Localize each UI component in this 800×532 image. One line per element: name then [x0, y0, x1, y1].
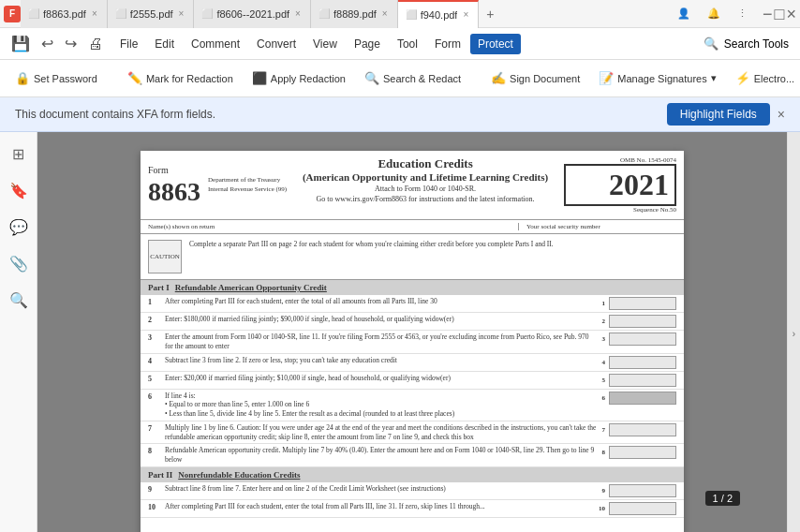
set-password-button[interactable]: 🔒 Set Password: [7, 67, 105, 89]
tab-f8606[interactable]: ⬜ f8606--2021.pdf ×: [194, 0, 311, 28]
comment-icon[interactable]: 💬: [4, 213, 34, 242]
form-omb-area: OMB No. 1545-0074 2021 Sequence No.50: [564, 156, 676, 214]
table-row: 7 Multiply line 1 by line 6. Caution: If…: [141, 421, 684, 445]
app-icon: F: [4, 6, 21, 22]
layers-icon[interactable]: ⊞: [7, 140, 30, 169]
search-sidebar-icon[interactable]: 🔍: [4, 286, 34, 315]
input-field[interactable]: [609, 423, 676, 436]
electronic-label: Electro...: [754, 73, 794, 84]
search-tools-label[interactable]: Search Tools: [724, 37, 789, 51]
tab-label: f2555.pdf: [130, 8, 173, 20]
row-text: Subtract line 3 from line 2. If zero or …: [161, 356, 602, 365]
name-cell: Name(s) shown on return: [148, 223, 519, 230]
mark-redaction-button[interactable]: ✏️ Mark for Redaction: [120, 67, 241, 89]
part2-header: Part II Nonrefundable Education Credits: [141, 467, 684, 482]
menu-tool[interactable]: Tool: [390, 34, 425, 54]
redo-icon[interactable]: ↪: [61, 33, 81, 54]
manage-sig-button[interactable]: 📝 Manage Signatures ▾: [591, 67, 723, 89]
restore-button[interactable]: □: [775, 6, 785, 22]
input-field[interactable]: [609, 392, 676, 405]
form-title-main: Education Credits: [294, 156, 556, 171]
search-redact-icon: 🔍: [364, 71, 379, 85]
tab-f8889[interactable]: ⬜ f8889.pdf ×: [311, 0, 398, 28]
print-icon[interactable]: 🖨: [84, 34, 107, 54]
sign-doc-button[interactable]: ✍️ Sign Document: [483, 67, 587, 89]
input-field[interactable]: [609, 484, 676, 497]
tab-f940[interactable]: ⬜ f940.pdf ×: [398, 0, 480, 28]
content-area[interactable]: Form 8863 Department of the Treasury Int…: [37, 132, 787, 532]
tab-f8863[interactable]: ⬜ f8863.pdf ×: [21, 0, 108, 28]
electronic-button[interactable]: ⚡ Electro...: [728, 67, 800, 89]
menu-edit[interactable]: Edit: [147, 34, 182, 54]
menu-view[interactable]: View: [305, 34, 345, 54]
form-attach-link: Go to www.irs.gov/Form8863 for instructi…: [294, 195, 556, 203]
form-department: Department of the Treasury Internal Reve…: [208, 176, 287, 193]
ssn-cell: Your social security number: [526, 223, 676, 230]
row-number: 4: [148, 356, 161, 365]
tab-close-btn[interactable]: ×: [380, 8, 390, 19]
search-redact-button[interactable]: 🔍 Search & Redact: [357, 67, 468, 89]
omb-label: OMB No. 1545-0074: [564, 156, 676, 164]
row-text: If line 4 is: • Equal to or more than li…: [161, 392, 602, 419]
minimize-button[interactable]: −: [763, 6, 773, 22]
manage-sig-icon: 📝: [599, 71, 614, 85]
menu-page[interactable]: Page: [347, 34, 388, 54]
close-button[interactable]: ×: [786, 6, 796, 22]
alert-icon[interactable]: 🔔: [700, 7, 728, 20]
tab-close-btn[interactable]: ×: [461, 9, 470, 20]
tab-f2555[interactable]: ⬜ f2555.pdf ×: [108, 0, 195, 28]
tabs-container: ⬜ f8863.pdf × ⬜ f2555.pdf × ⬜ f8606--202…: [21, 0, 670, 28]
row-text: After completing Part III for each stude…: [161, 297, 602, 306]
lock-icon: 🔒: [15, 71, 30, 85]
save-icon[interactable]: 💾: [7, 33, 34, 54]
form-number: 8863: [148, 177, 200, 207]
tab-close-btn[interactable]: ×: [177, 8, 186, 19]
new-tab-button[interactable]: +: [479, 7, 501, 22]
input-field[interactable]: [609, 502, 676, 515]
mark-icon: ✏️: [127, 71, 142, 85]
bookmark-icon[interactable]: 🔖: [4, 176, 34, 205]
row-field: 2: [602, 315, 677, 328]
form-label-area: Form 8863: [148, 163, 200, 207]
table-row: 9 Subtract line 8 from line 7. Enter her…: [141, 482, 684, 500]
undo-icon[interactable]: ↩: [37, 33, 57, 54]
row-text: Subtract line 8 from line 7. Enter here …: [161, 484, 602, 494]
form-header: Form 8863 Department of the Treasury Int…: [141, 151, 684, 220]
row-text: Refundable American opportunity credit. …: [161, 446, 602, 465]
menu-protect[interactable]: Protect: [470, 34, 521, 54]
menu-form[interactable]: Form: [427, 34, 468, 54]
tab-close-btn[interactable]: ×: [293, 8, 303, 19]
menu-file[interactable]: File: [112, 34, 145, 54]
caution-box: CAUTION Complete a separate Part III on …: [141, 234, 684, 280]
input-field[interactable]: [609, 374, 676, 387]
input-field[interactable]: [609, 315, 676, 328]
profile-icon[interactable]: 👤: [670, 7, 698, 20]
row-number: 2: [148, 315, 161, 324]
tab-close-btn[interactable]: ×: [90, 8, 99, 19]
tab-label: f940.pdf: [421, 9, 458, 21]
pdf-icon: ⬜: [319, 8, 330, 19]
right-panel-toggle[interactable]: ›: [787, 132, 800, 532]
input-field[interactable]: [609, 356, 676, 369]
apply-redaction-button[interactable]: ⬛ Apply Redaction: [244, 67, 353, 89]
menu-icon[interactable]: ⋮: [730, 7, 755, 20]
search-tools-icon[interactable]: 🔍: [702, 35, 720, 52]
row-text: After completing Part III for each stude…: [161, 502, 599, 511]
row-number: 6: [148, 392, 161, 401]
input-field[interactable]: [609, 332, 676, 346]
table-row: 5 Enter: $20,000 if married filing joint…: [141, 372, 684, 390]
menu-comment[interactable]: Comment: [184, 34, 247, 54]
input-field[interactable]: [609, 446, 676, 459]
notification-close-button[interactable]: ×: [778, 107, 785, 122]
highlight-fields-button[interactable]: Highlight Fields: [667, 103, 770, 126]
caution-text: Complete a separate Part III on page 2 f…: [189, 240, 554, 250]
form-sequence: Sequence No.50: [564, 206, 676, 214]
row-number: 8: [148, 446, 161, 455]
row-text: Enter the amount from Form 1040 or 1040-…: [161, 332, 602, 351]
set-password-label: Set Password: [34, 73, 97, 84]
attachment-icon[interactable]: 📎: [4, 249, 34, 278]
pdf-icon: ⬜: [406, 9, 417, 20]
menu-convert[interactable]: Convert: [249, 34, 304, 54]
input-field[interactable]: [609, 297, 676, 310]
row-field: 9: [602, 484, 677, 497]
